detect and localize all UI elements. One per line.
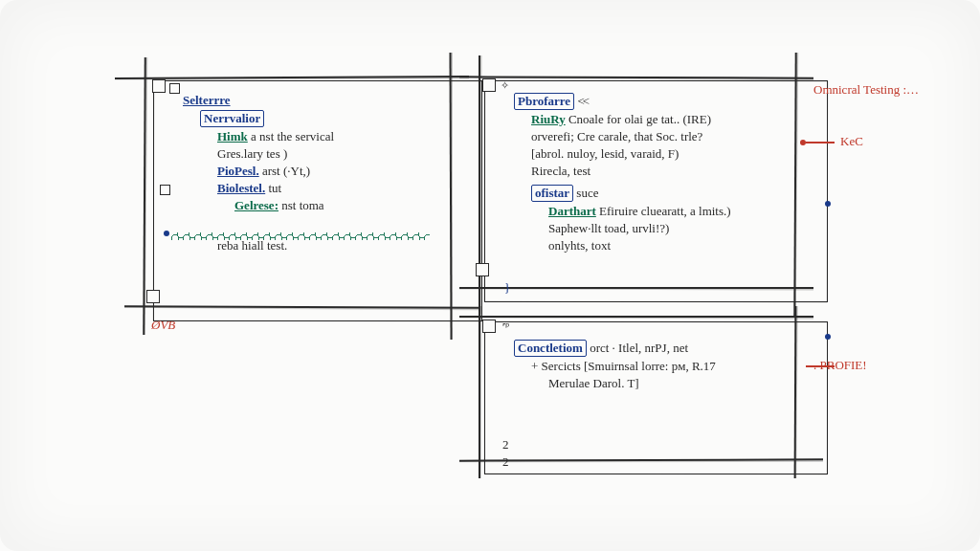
annotation-mid: KeC	[840, 134, 863, 149]
annotation-bl: ØVB	[151, 318, 175, 333]
tab-icon	[169, 83, 180, 94]
body-text: Cnoale for olai ge tat.. (IRE)	[568, 112, 711, 126]
closing-brace: }	[504, 280, 510, 296]
panel-title: Selterrre	[183, 93, 231, 107]
annotation-bottom: . PROFIE!	[813, 358, 867, 373]
keyword: Darthart	[548, 204, 596, 218]
node-dot	[825, 201, 831, 207]
body-text: Rirecla, test	[531, 164, 590, 178]
handle-icon	[160, 185, 170, 195]
body-text: Efiruire cluearatt, a lmits.)	[599, 204, 731, 218]
body-text: suce	[576, 186, 598, 200]
frame-line	[143, 57, 145, 335]
body-text: a nst the servical	[251, 129, 334, 143]
body-text: Saphew·llt toad, urvli!?)	[548, 221, 669, 235]
window-icon	[482, 320, 496, 333]
window-icon	[482, 78, 496, 92]
corner-icon	[146, 290, 160, 303]
wireframe-board: Selterrre Nerrvalior Himk a nst the serv…	[144, 77, 833, 488]
tab-mark: ✧	[501, 79, 509, 92]
corner-icon	[476, 263, 489, 276]
body-text: arst (·Yt,)	[262, 164, 310, 178]
window-icon	[152, 79, 166, 93]
keyword: Gelrese:	[234, 198, 278, 212]
body-text: nst toma	[281, 198, 323, 212]
panel-bottom: ʳᵖ Conctletiom orct · Itlel, nrPJ, net +…	[484, 321, 828, 474]
body-text: Merulae Darol. T]	[548, 376, 639, 390]
frame-line	[459, 76, 813, 78]
body-text: orverefi; Cre carale, that Soc. trle?	[531, 129, 702, 143]
keyword: Biolestel.	[217, 181, 265, 195]
body-text: tut	[268, 181, 281, 195]
annotation-top: Omnicral Testing :…	[813, 82, 919, 98]
body-text: onlyhts, toxt	[548, 238, 611, 253]
panel-right: ✧ Pbrofarre << RiuRy Cnoale for olai ge …	[484, 80, 828, 302]
panel-title: Conctletiom	[514, 340, 587, 357]
line-number: 2	[502, 437, 509, 452]
section-tag: ofistar	[531, 185, 573, 202]
frame-line	[479, 306, 480, 478]
line-number: 2	[502, 454, 509, 470]
keyword: Himk	[217, 129, 248, 143]
body-text: orct · Itlel, nrPJ, net	[590, 341, 688, 355]
panel-left: Selterrre Nerrvalior Himk a nst the serv…	[153, 80, 482, 321]
divider-squiggle	[171, 232, 430, 240]
panel-title: Pbrofarre	[514, 93, 574, 110]
body-text: [abrol. nuloy, lesid, varaid, F)	[531, 146, 679, 161]
frame-line	[459, 316, 813, 318]
body-text: + Sercicts [Smuirnsal lorre: pм, R.17	[531, 359, 716, 373]
node-dot	[825, 334, 831, 340]
frame-line	[115, 76, 469, 78]
keyword: PioPesl.	[217, 164, 259, 178]
tab-mark: ʳᵖ	[502, 320, 510, 333]
keyword: RiuRy	[531, 112, 566, 126]
node-dot	[164, 231, 169, 236]
body-text: reba hiall test.	[217, 238, 287, 253]
back-arrows-icon: <<	[577, 94, 588, 108]
body-text: Gres.lary tes )	[217, 146, 287, 161]
section-tag: Nerrvalior	[200, 110, 264, 127]
callout-line	[806, 142, 835, 143]
